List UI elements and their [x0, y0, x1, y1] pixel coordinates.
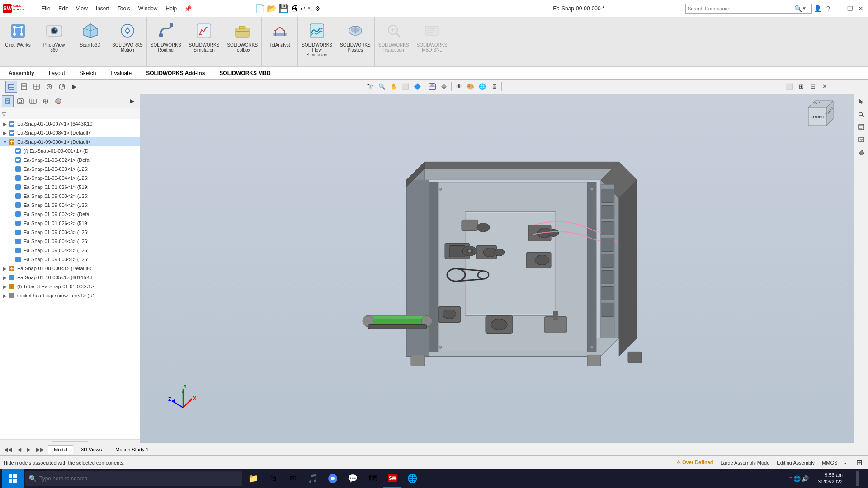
- tab-3dviews[interactable]: 3D Views: [75, 445, 108, 454]
- ribbon-toolbox[interactable]: SOLIDWORKSToolbox: [223, 17, 262, 66]
- taskbar-media[interactable]: 🎵: [304, 469, 322, 488]
- taskbar-fileexplorer[interactable]: 📁: [244, 469, 262, 488]
- tab-assembly[interactable]: Assembly: [2, 68, 41, 79]
- menu-view[interactable]: View: [72, 4, 91, 14]
- expand-icon[interactable]: ▶: [2, 131, 8, 136]
- viewport[interactable]: X Y Z FRONT TOP RIGHT: [140, 94, 854, 443]
- restore-button[interactable]: ❐: [844, 3, 855, 14]
- feature-tree[interactable]: ▶ Ea-Snap-01-10-007<1> (6443K10 ▶ Ea-Sna…: [0, 119, 140, 439]
- menu-edit[interactable]: Edit: [55, 4, 71, 14]
- scroll-bar[interactable]: [52, 441, 88, 442]
- taskbar-chrome[interactable]: [324, 469, 342, 488]
- display-style-icon[interactable]: [439, 81, 449, 92]
- close-view-icon[interactable]: ✕: [819, 81, 830, 92]
- search-icon[interactable]: 🔍: [794, 5, 802, 12]
- pan-icon[interactable]: ✋: [388, 81, 399, 92]
- taskbar-solidworks[interactable]: SW: [383, 469, 401, 488]
- tab-evaluate[interactable]: Evaluate: [104, 68, 138, 79]
- qa-save[interactable]: 💾: [278, 4, 288, 14]
- search-dropdown-icon[interactable]: ▼: [802, 6, 807, 11]
- tree-item[interactable]: ▶ Ea-Snap-01-10-008<1> (Default<: [0, 128, 140, 137]
- nav-last[interactable]: ▶▶: [34, 446, 46, 454]
- pin-icon[interactable]: 📌: [184, 5, 192, 12]
- ribbon-plastics[interactable]: SOLIDWORKSPlastics: [336, 17, 375, 66]
- taskbar-browser2[interactable]: 🌐: [403, 469, 421, 488]
- tab-sketch[interactable]: Sketch: [73, 68, 103, 79]
- tray-network[interactable]: 🌐: [793, 475, 801, 482]
- search-commands-input[interactable]: [686, 6, 794, 11]
- qa-options[interactable]: ⚙: [315, 5, 321, 12]
- tab-mbd[interactable]: SOLIDWORKS MBD: [212, 68, 277, 79]
- search-commands-box[interactable]: 🔍 ▼: [685, 4, 812, 14]
- hide-show-icon[interactable]: 👁: [453, 81, 464, 92]
- taskbar-time[interactable]: 9:56 am 31/03/2022: [814, 472, 846, 486]
- ribbon-routing[interactable]: SOLIDWORKSRouting: [147, 17, 185, 66]
- tree-item[interactable]: Ea-Snap-01-09-004<2> (125:: [0, 201, 140, 210]
- tree-item[interactable]: Ea-Snap-01-01-026<1> (519:: [0, 183, 140, 192]
- view-orient-icon[interactable]: 🔭: [365, 81, 376, 92]
- ribbon-scanto3d[interactable]: ScanTo3D: [72, 17, 108, 66]
- appearance-icon[interactable]: [56, 81, 68, 93]
- tree-item[interactable]: ▶ Ea-Snap-01-08-000<1> (Default<: [0, 264, 140, 273]
- tray-expand[interactable]: ⌃: [788, 476, 793, 482]
- right-zoom-icon[interactable]: [855, 108, 867, 120]
- feature-manager-icon[interactable]: [5, 81, 17, 93]
- expand-icon[interactable]: ▶: [2, 284, 8, 289]
- tree-item[interactable]: ▶ Ea-Snap-01-10-005<1> (60115K3: [0, 273, 140, 282]
- expand-icon[interactable]: ▼: [2, 140, 8, 145]
- tree-item[interactable]: Ea-Snap-01-09-002<1> (Defa: [0, 155, 140, 164]
- tree-item[interactable]: Ea-Snap-01-09-004<1> (125:: [0, 174, 140, 183]
- menu-window[interactable]: Window: [135, 4, 161, 14]
- ribbon-flow[interactable]: SOLIDWORKSFlowSimulation: [298, 17, 336, 66]
- expand-panel-icon[interactable]: ▶: [69, 81, 80, 93]
- tile-icon[interactable]: ⊞: [796, 81, 807, 92]
- ribbon-photoview[interactable]: PhotoView360: [36, 17, 72, 66]
- restore-view-icon[interactable]: ⊟: [807, 81, 818, 92]
- ribbon-tolanalyst[interactable]: TolAnalyst: [262, 17, 298, 66]
- view-cube[interactable]: FRONT TOP RIGHT: [799, 99, 835, 135]
- right-display-icon[interactable]: [855, 146, 867, 158]
- tree-item[interactable]: Ea-Snap-01-09-004<4> (125:: [0, 246, 140, 255]
- qa-select[interactable]: ↖: [307, 5, 313, 12]
- nav-first[interactable]: ◀◀: [2, 446, 14, 454]
- right-filter-icon[interactable]: [855, 134, 867, 145]
- config-tab[interactable]: [27, 95, 39, 107]
- taskbar-app2[interactable]: 🗂: [264, 469, 282, 488]
- taskbar-email[interactable]: ✉: [284, 469, 302, 488]
- qa-new[interactable]: 📄: [255, 4, 265, 14]
- minimize-button[interactable]: —: [834, 3, 844, 14]
- qa-open[interactable]: 📂: [267, 4, 277, 14]
- properties-tab[interactable]: [14, 95, 26, 107]
- appearance-edit-icon[interactable]: 🎨: [465, 81, 476, 92]
- tab-model[interactable]: Model: [48, 445, 73, 454]
- menu-file[interactable]: File: [38, 4, 54, 14]
- configuration-manager-icon[interactable]: [31, 81, 42, 93]
- feature-manager-tab[interactable]: [2, 95, 14, 107]
- tree-item[interactable]: Ea-Snap-01-01-026<2> (519:: [0, 219, 140, 228]
- ribbon-motion[interactable]: SOLIDWORKSMotion: [108, 17, 147, 66]
- expand-icon[interactable]: ▶: [2, 266, 8, 271]
- appearances-tab[interactable]: [52, 95, 64, 107]
- tree-item[interactable]: Ea-Snap-01-09-003<1> (125:: [0, 164, 140, 174]
- taskbar-maps[interactable]: 🗺: [363, 469, 382, 488]
- nav-prev[interactable]: ◀: [15, 446, 23, 454]
- ribbon-simulation[interactable]: SOLIDWORKSSimulation: [185, 17, 224, 66]
- tab-addins[interactable]: SOLIDWORKS Add-Ins: [139, 68, 212, 79]
- menu-help[interactable]: Help: [162, 4, 181, 14]
- section-view-icon[interactable]: [427, 81, 438, 92]
- menu-tools[interactable]: Tools: [114, 4, 134, 14]
- tree-item[interactable]: Ea-Snap-01-09-003<4> (125:: [0, 255, 140, 264]
- tree-item[interactable]: Ea-Snap-01-09-003<3> (125:: [0, 228, 140, 237]
- help-button[interactable]: ?: [823, 3, 834, 14]
- monitor-icon[interactable]: 🖥: [489, 81, 500, 92]
- qa-undo[interactable]: ↩: [300, 5, 306, 12]
- tree-item[interactable]: Ea-Snap-01-09-002<2> (Defa: [0, 210, 140, 219]
- scene-icon[interactable]: 🌐: [477, 81, 488, 92]
- ribbon-mbd[interactable]: SOLIDWORKSMBD SNL: [413, 17, 452, 66]
- taskbar-search-box[interactable]: 🔍: [25, 471, 242, 486]
- qa-print[interactable]: 🖨: [290, 4, 298, 13]
- nav-next[interactable]: ▶: [25, 446, 33, 454]
- maximize-icon[interactable]: ⬜: [784, 81, 795, 92]
- right-select-icon[interactable]: [855, 96, 867, 108]
- mate-tab[interactable]: [40, 95, 52, 107]
